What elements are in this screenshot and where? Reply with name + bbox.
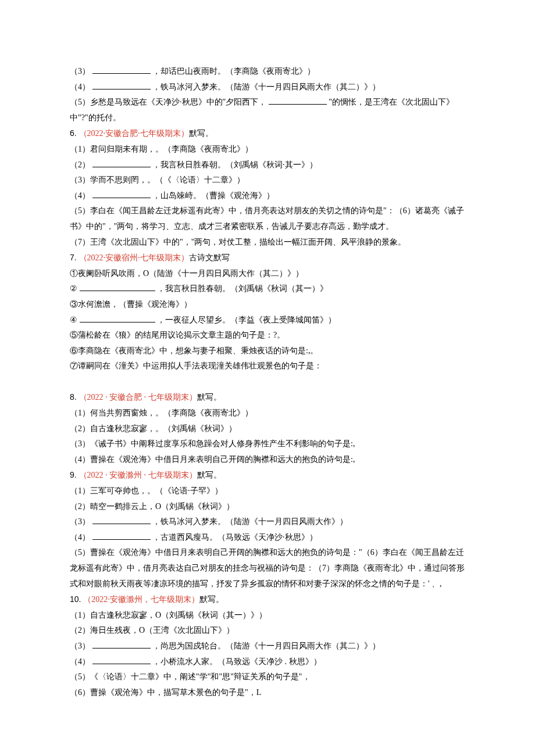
text: ，山岛竦峙。（曹操《观沧海》） bbox=[152, 191, 274, 200]
q7-line6: ⑥李商隐在《夜雨寄北》中，想象与妻子相聚、秉烛夜话的诗句是:,。 bbox=[70, 343, 465, 359]
q10-line6: （6）曹操《观沧海》中，描写草木景色的句子是"，L bbox=[70, 685, 465, 701]
text: ，铁马冰河入梦来。（陆游《十一月四日风雨大作》） bbox=[152, 517, 348, 526]
text: ，尚思为国戍轮台。（陆游《十一月四日风雨大作（其二）》） bbox=[152, 642, 380, 650]
q5-line3: （3） ，却话巴山夜雨时。（李商隐《夜雨寄北》） bbox=[70, 64, 465, 80]
text: ④ bbox=[70, 316, 77, 324]
q9-line4: （4） ，古道西风瘦马。（马致远《天净沙·秋思》） bbox=[70, 530, 465, 546]
spacer bbox=[70, 374, 465, 390]
q7-line4: ④ ，一夜征人尽望乡。（李益《夜上受降城闻笛》） bbox=[70, 313, 465, 328]
q6-line7: （7）王湾《次北固山下》中的"，"两句，对仗工整，描绘出一幅江面开阔、风平浪静的… bbox=[70, 235, 465, 250]
blank bbox=[92, 189, 151, 198]
blank bbox=[92, 640, 151, 648]
q6-header: 6. （2022·安徽合肥·七年级期末）默写。 bbox=[70, 126, 465, 142]
q7-line3: ③水何澹澹，（曹操《观沧海》） bbox=[70, 297, 465, 313]
q10-line4: （4） ，小桥流水人家。（马致远《天净沙 . 秋思》） bbox=[70, 654, 465, 670]
text: ，我言秋日胜春朝。（刘禹锡《秋词（其一）》 bbox=[157, 284, 328, 293]
q7-line2: ② ，我言秋日胜春朝。（刘禹锡《秋词（其一）》 bbox=[70, 281, 465, 297]
text: ，小桥流水人家。（马致远《天净沙 . 秋思》） bbox=[152, 657, 322, 666]
question-number: 8. bbox=[70, 392, 79, 402]
blank bbox=[80, 314, 155, 323]
question-number: 6. bbox=[70, 128, 79, 138]
text: ，一夜征人尽望乡。（李益《夜上受降城闻笛》） bbox=[157, 316, 336, 324]
text: ，我言秋日胜春朝。（刘禹锡《秋词·其一》） bbox=[152, 160, 318, 169]
q10-line1: （1）自古逢秋悲寂寥，O（刘禹锡《秋词（其一）》） bbox=[70, 608, 465, 624]
question-source: （2022·安徽合肥·七年级期末） bbox=[79, 129, 189, 138]
question-number: 7. bbox=[70, 253, 79, 262]
q9-line2: （2）晴空一鹤排云上，O（刘禹锡《秋词》） bbox=[70, 499, 465, 515]
blank bbox=[269, 96, 327, 105]
text: （3） bbox=[70, 67, 90, 76]
q5-line4: （4） ，铁马冰河入梦来。（陆游《十一月四日风雨大作（其二）》） bbox=[70, 80, 465, 95]
question-title: 古诗文默写 bbox=[189, 253, 230, 262]
q6-line2: （2） ，我言秋日胜春朝。（刘禹锡《秋词·其一》） bbox=[70, 157, 465, 173]
question-title: 默写。 bbox=[197, 471, 222, 479]
q7-line5: ⑤蒲松龄在《狼》的结尾用议论揭示文章主题的句子是：?。 bbox=[70, 328, 465, 343]
text: （4） bbox=[70, 191, 90, 200]
text: （3） bbox=[70, 642, 90, 650]
q8-line4: （4）曹操在《观沧海》中借日月来表明自己开阔的胸襟和远大的抱负的诗句是:, bbox=[70, 452, 465, 468]
text: （3） bbox=[70, 517, 90, 526]
text: （4） bbox=[70, 533, 90, 542]
blank bbox=[92, 159, 151, 167]
question-title: 默写。 bbox=[189, 129, 213, 138]
q8-line3: （3）《诫子书》中阐释过度享乐和急躁会对人修身养性产生不利影响的句子是:, bbox=[70, 436, 465, 452]
question-source: （2022 · 安徽滁州 · 七年级期末） bbox=[79, 471, 197, 479]
q8-header: 8. （2022 · 安徽合肥 · 七年级期末）默写。 bbox=[70, 389, 465, 406]
q7-line1: ①夜阑卧听风吹雨，O（陆游《十一月四日风雨大作（其二）》） bbox=[70, 266, 465, 282]
text: ② bbox=[70, 284, 77, 293]
q10-line3: （3） ，尚思为国戍轮台。（陆游《十一月四日风雨大作（其二）》） bbox=[70, 639, 465, 654]
q8-line1: （1）何当共剪西窗烛，。（李商隐《夜雨寄北》） bbox=[70, 406, 465, 421]
q6-line3: （3）学而不思则罔，。（《〈论语〉十二章》） bbox=[70, 173, 465, 188]
q7-header: 7. （2022·安徽宿州·七年级期末）古诗文默写 bbox=[70, 250, 465, 266]
blank bbox=[92, 81, 151, 89]
text: ，古道西风瘦马。（马致远《天净沙·秋思》） bbox=[152, 533, 318, 542]
question-source: （2022·安徽宿州·七年级期末） bbox=[79, 253, 189, 262]
text: ，铁马冰河入梦来。（陆游《十一月四日风雨大作（其二）》） bbox=[152, 83, 380, 91]
q5-line5: （5）乡愁是马致远在《天净沙·秋思》中的"夕阳西下， "的惆怅，是王湾在《次北固… bbox=[70, 95, 465, 126]
q10-line5: （5）《〈论语〉十二章》中，阐述"学"和"思"辩证关系的句子是"， bbox=[70, 669, 465, 685]
text: ，却话巴山夜雨时。（李商隐《夜雨寄北》） bbox=[152, 67, 315, 76]
question-number: 10. bbox=[70, 594, 83, 604]
q6-line1: （1）君问归期未有期，。（李商隐《夜雨寄北》） bbox=[70, 142, 465, 157]
blank bbox=[80, 282, 155, 291]
blank bbox=[92, 655, 151, 664]
q9-line1: （1）三军可夺帅也，。（《论语·子罕》） bbox=[70, 483, 465, 499]
question-title: 默写。 bbox=[199, 595, 224, 604]
q10-line2: （2）海日生残夜，O（王湾《次北固山下》） bbox=[70, 623, 465, 639]
text: （4） bbox=[70, 83, 90, 91]
q10-header: 10. （2022·安徽滁州，七年级期末）默写。 bbox=[70, 592, 465, 608]
q9-line5: （5）曹操在《观沧海》中借日月来表明自己开阔的胸襟和远大的抱负的诗句是："（6）… bbox=[70, 545, 465, 592]
text: （4） bbox=[70, 657, 90, 666]
q6-line5: （5）李白在《闻王昌龄左迁龙标遥有此寄》中，借月亮表达对朋友的关切之情的诗句是"… bbox=[70, 203, 465, 234]
blank bbox=[92, 531, 151, 540]
q9-line3: （3） ，铁马冰河入梦来。（陆游《十一月四日风雨大作》） bbox=[70, 514, 465, 530]
text: （2） bbox=[70, 160, 90, 169]
q9-header: 9. （2022 · 安徽滁州 · 七年级期末）默写。 bbox=[70, 467, 465, 483]
q8-line2: （2）自古逢秋悲寂寥，。（刘禹锡《秋词》） bbox=[70, 421, 465, 437]
text: （5）乡愁是马致远在《天净沙·秋思》中的"夕阳西下， bbox=[70, 98, 266, 106]
question-source: （2022 · 安徽合肥 · 七年级期末） bbox=[79, 393, 197, 402]
blank bbox=[92, 65, 151, 74]
q7-line7: ⑦谭嗣同在《潼关》中运用拟人手法表现潼关雄伟壮观景色的句子是： bbox=[70, 359, 465, 374]
blank bbox=[92, 515, 151, 524]
question-number: 9. bbox=[70, 470, 79, 479]
question-title: 默写。 bbox=[197, 393, 222, 402]
document-page: （3） ，却话巴山夜雨时。（李商隐《夜雨寄北》） （4） ，铁马冰河入梦来。（陆… bbox=[0, 0, 535, 756]
q6-line4: （4） ，山岛竦峙。（曹操《观沧海》） bbox=[70, 188, 465, 204]
question-source: （2022·安徽滁州，七年级期末） bbox=[83, 595, 199, 604]
